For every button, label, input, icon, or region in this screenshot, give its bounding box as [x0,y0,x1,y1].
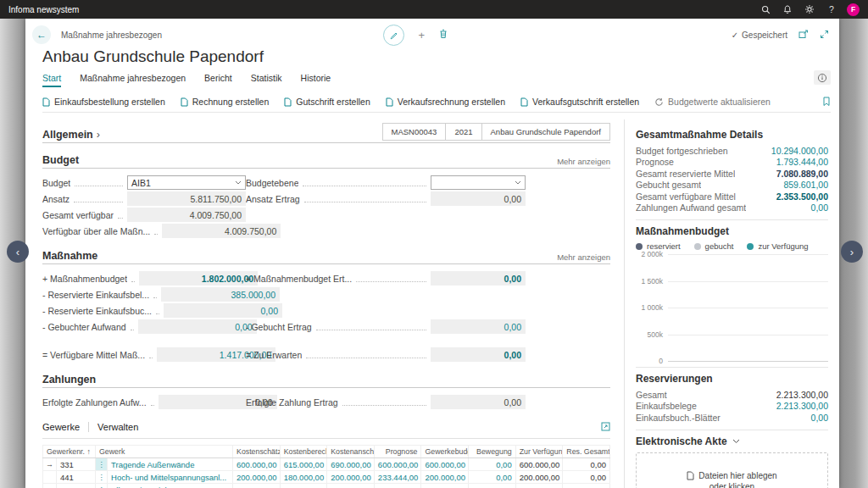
column-gewerkenr[interactable]: Gewerkenr. ↑ [43,446,96,458]
chart-plot-area [668,254,828,361]
search-icon[interactable] [754,0,776,19]
gewerke-caption[interactable]: Gewerke [42,422,80,432]
gewerk-value[interactable]: 600.000,00 [374,458,421,471]
reservierung-value[interactable]: 0,00 [811,413,828,423]
field-gesamt-verfuegbar: Gesamt verfügbar 4.009.750,00 [42,208,246,222]
gewerk-value[interactable]: 615.000,00 [280,458,327,471]
column-zur-verfuegung[interactable]: Zur Verfügung [515,446,563,458]
gewerk-link[interactable]: Tragende Außenwände [108,458,233,471]
avatar[interactable]: F [847,3,860,16]
column-kostenberechnung[interactable]: Kostenberechnung [280,446,327,458]
gewerk-value[interactable]: 600.000,00 [233,458,281,471]
gewerk-value[interactable]: 690.000,00 [327,458,375,471]
table-row[interactable]: →331⋮Tragende Außenwände600.000,00615.00… [43,458,610,471]
massnahmenbudget-value[interactable]: 1.802.000,00 [139,271,258,286]
attachments-pin-icon[interactable] [822,95,831,110]
column-kostenschaetzung[interactable]: Kostenschätzung [233,446,281,458]
detail-value[interactable]: 859.601,00 [783,180,828,190]
section-zahlungen-title[interactable]: Zahlungen [42,374,96,385]
budget-select[interactable]: AIB1 [127,175,246,190]
gewerk-value[interactable]: 200.000,00 [421,471,469,484]
tab-bericht[interactable]: Bericht [204,73,232,86]
gebucht-ertrag-value[interactable]: 0,00 [431,319,526,334]
column-prognose[interactable]: Prognose [374,446,421,458]
section-budget-title[interactable]: Budget [42,154,79,166]
file-dropzone[interactable]: Dateien hier ablegen oder klicken [636,452,828,488]
create-sales-invoice-button[interactable]: Verkaufsrechnung erstellen [386,97,505,107]
y-axis-tick: 2 000k [641,250,663,258]
gewerk-value[interactable]: 420.000,00 [421,484,469,488]
collapse-resize-icon[interactable] [820,27,829,42]
edit-pencil-icon[interactable] [383,25,404,46]
detail-value[interactable]: 0,00 [811,202,828,213]
settings-gear-icon[interactable] [798,0,821,19]
gewerk-value[interactable]: 233.444,00 [374,471,421,484]
section-massnahme-title[interactable]: Maßnahme [42,250,97,262]
gewerk-value[interactable]: 420.000,00 [327,484,375,488]
tab-start[interactable]: Start [42,73,61,87]
gewerk-value[interactable]: 180.000,00 [280,471,327,484]
budget-fields: Budget AIB1 Budgetebene [42,175,610,238]
details-info-icon[interactable] [814,70,831,85]
akte-heading-row[interactable]: Elektronische Akte [636,435,828,447]
notifications-icon[interactable] [776,0,798,19]
popout-icon[interactable] [798,27,809,42]
field-label: - Reservierte Einkaufsbuc... [42,306,152,316]
verwalten-menu[interactable]: Verwalten [97,422,138,432]
field-verfuegbar-alle: Verfügbar über alle Maßn... 4.009.750,00 [42,224,246,238]
next-record-button[interactable]: › [841,241,863,263]
record-bar-right: ✓ Gespeichert [732,27,829,42]
column-gewerkebudget[interactable]: Gewerkebudget [421,446,469,458]
gewerk-value[interactable]: 200.000,00 [327,471,375,484]
column-bewegung[interactable]: Bewegung [469,446,516,458]
tab-massnahme-jahresbezogen[interactable]: Maßnahme jahresbezogen [80,73,186,86]
zu-erwarten-value[interactable]: 0,00 [431,347,526,362]
column-res-gesamt[interactable]: Res. Gesamt [563,446,610,458]
gewerk-link[interactable]: Hoch- und Mittelspannungsanl... [108,471,233,484]
gewerk-value[interactable]: 200.000,00 [233,471,281,484]
gewerk-value[interactable]: 600.000,00 [421,458,469,471]
row-menu-icon[interactable]: ⋮ [96,484,108,488]
row-selected-marker: → [43,458,57,471]
gewerk-value[interactable]: 400.000,00 [233,484,281,488]
show-more-link[interactable]: Mehr anzeigen [557,157,610,166]
create-purchase-order-button[interactable]: Einkaufsbestellung erstellen [42,97,165,107]
budgetebene-select[interactable] [431,175,526,190]
gebuchter-aufwand-value[interactable]: 0,00 [138,319,257,334]
reservierung-value[interactable]: 2.213.300,00 [776,401,828,411]
column-kostenanschlag[interactable]: Kostenanschlag [327,446,375,458]
create-credit-memo-button[interactable]: Gutschrift erstellen [284,97,370,107]
dotted-leader [74,196,123,202]
new-record-icon[interactable]: + [419,29,426,42]
tab-historie[interactable]: Historie [301,73,331,86]
table-header-row: Gewerkenr. ↑ Gewerk Kostenschätzung Kost… [43,446,610,458]
gewerk-value[interactable]: 0,00 [469,471,516,484]
delete-trash-icon[interactable] [439,27,448,42]
gewerk-value[interactable]: 410.000,00 [374,484,421,488]
massnahmenbudget-ertrag-value[interactable]: 0,00 [431,271,526,286]
gewerk-value[interactable]: 0,00 [469,484,516,488]
gewerk-value[interactable]: 0,00 [469,458,516,471]
update-budget-values-button[interactable]: Budgetwerte aktualisieren [654,97,771,107]
create-sales-credit-memo-button[interactable]: Verkaufsgutschrift erstellen [520,97,639,107]
column-gewerk[interactable]: Gewerk [96,446,233,458]
table-row[interactable]: 551⋮Allgemeine Einbauten400.000,00420.00… [43,484,610,488]
row-menu-icon[interactable]: ⋮ [96,471,108,484]
record-bar: ← Maßnahme jahresbezogen + ✓ Gespeichert [32,25,829,45]
tab-statistik[interactable]: Statistik [251,73,282,86]
gewerk-value[interactable]: 420.000,00 [280,484,327,488]
breadcrumb[interactable]: Maßnahme jahresbezogen [61,30,162,40]
table-row[interactable]: 441⋮Hoch- und Mittelspannungsanl...200.0… [43,471,610,484]
detail-value[interactable]: 1.793.444,00 [776,157,828,167]
row-menu-icon[interactable]: ⋮ [96,458,108,471]
create-invoice-button[interactable]: Rechnung erstellen [181,97,269,107]
back-button[interactable]: ← [32,25,51,44]
focus-mode-icon[interactable] [601,419,610,435]
section-allgemein[interactable]: Allgemein› MASN00043 2021 Anbau Grundsch… [42,123,610,143]
gewerk-link[interactable]: Allgemeine Einbauten [108,484,233,488]
help-icon[interactable]: ? [821,0,843,19]
previous-record-button[interactable]: ‹ [7,241,29,263]
show-more-link[interactable]: Mehr anzeigen [557,252,610,262]
detail-value[interactable]: 10.294.000,00 [771,146,828,156]
section-allgemein-title[interactable]: Allgemein› [42,129,100,141]
